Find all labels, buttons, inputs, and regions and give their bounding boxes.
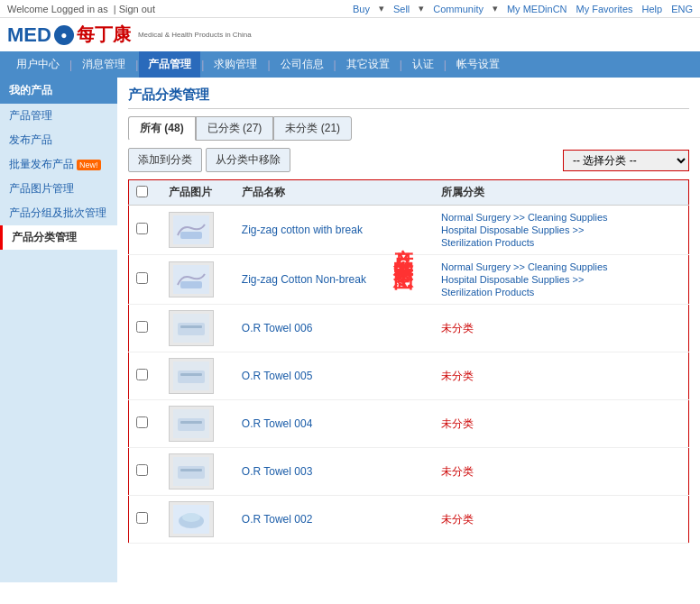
favorites-link[interactable]: My Favorites [576, 4, 633, 14]
row-check [129, 206, 161, 255]
svg-rect-15 [180, 469, 202, 471]
product-image [169, 261, 214, 297]
tab-all[interactable]: 所有 (48) [128, 116, 196, 141]
row-name: O.R Towel 003 [235, 448, 434, 496]
nav-company[interactable]: 公司信息 [272, 51, 333, 78]
product-link[interactable]: Zig-zag Cotton Non-break [242, 273, 366, 286]
category-link[interactable]: Hospital Disposable Supplies >> [441, 274, 584, 285]
row-name: Zig-zag Cotton Non-break [235, 255, 434, 305]
row-img [161, 400, 235, 448]
table-row: O.R Towel 005 未分类 [129, 352, 689, 400]
svg-rect-2 [173, 265, 209, 294]
new-badge: New! [77, 160, 101, 170]
uncategorized-label: 未分类 [441, 370, 474, 382]
nav-auth[interactable]: 认证 [403, 51, 443, 78]
uncategorized-label: 未分类 [441, 513, 474, 526]
row-check [129, 496, 161, 544]
sidebar: 我的产品 产品管理 发布产品 批量发布产品New! 产品图片管理 产品分组及批次… [0, 78, 117, 582]
sidebar-item-product-mgmt[interactable]: 产品管理 [0, 104, 117, 128]
product-link[interactable]: O.R Towel 004 [242, 417, 313, 430]
product-link[interactable]: O.R Towel 005 [242, 370, 313, 382]
category-link[interactable]: Normal Surgery >> Cleaning Supplies [441, 261, 608, 272]
logo-sub-text: Medical & Health Products in China [138, 31, 252, 39]
logo-med: MED [7, 23, 51, 47]
row-checkbox[interactable] [136, 321, 148, 333]
nav-user[interactable]: 用户中心 [7, 51, 69, 78]
row-category: Normal Surgery >> Cleaning Supplies Hosp… [434, 255, 689, 305]
row-checkbox[interactable] [136, 416, 148, 428]
svg-point-18 [182, 513, 200, 522]
add-to-category-button[interactable]: 添加到分类 [128, 148, 202, 172]
row-img [161, 255, 235, 305]
signout-link[interactable]: Sign out [114, 4, 155, 14]
sidebar-item-publish[interactable]: 发布产品 [0, 128, 117, 152]
mymedin-link[interactable]: My MEDinCN [507, 4, 567, 14]
select-all-checkbox[interactable] [136, 186, 148, 197]
product-image [169, 310, 214, 346]
svg-rect-0 [173, 215, 209, 244]
sidebar-item-category[interactable]: 产品分类管理 [0, 225, 117, 250]
buy-link[interactable]: Buy [353, 4, 370, 14]
category-select[interactable]: -- 选择分类 -- [563, 150, 689, 171]
row-checkbox[interactable] [136, 223, 148, 234]
svg-rect-6 [180, 325, 202, 328]
product-link[interactable]: Zig-zag cotton with break [242, 224, 363, 236]
nav-purchase[interactable]: 求购管理 [205, 51, 266, 78]
table-row: Zig-zag Cotton Non-break Normal Surgery … [129, 255, 689, 305]
row-check [129, 400, 161, 448]
welcome-text: Welcome Logged in as [7, 4, 108, 14]
category-link[interactable]: Sterilization Products [441, 287, 534, 297]
nav-account[interactable]: 帐号设置 [447, 51, 509, 78]
row-img [161, 352, 235, 400]
row-img [161, 206, 235, 255]
sell-link[interactable]: Sell [393, 4, 410, 14]
col-header-name: 产品名称 [235, 180, 434, 206]
col-header-category: 所属分类 [434, 180, 689, 206]
row-check [129, 255, 161, 305]
toolbar-left: 添加到分类 从分类中移除 [128, 148, 290, 172]
row-checkbox[interactable] [136, 512, 148, 524]
nav-product[interactable]: 产品管理 [139, 51, 200, 78]
product-image [169, 406, 214, 442]
row-name: O.R Towel 002 [235, 496, 434, 544]
category-link[interactable]: Normal Surgery >> Cleaning Supplies [441, 212, 608, 223]
svg-rect-11 [178, 418, 205, 431]
tab-categorized[interactable]: 已分类 (27) [196, 116, 274, 141]
remove-from-category-button[interactable]: 从分类中移除 [206, 148, 290, 172]
main-content: 产品分类管理 所有 (48) 已分类 (27) 未分类 (21) 添加到分类 从… [117, 78, 700, 582]
sidebar-item-group[interactable]: 产品分组及批次管理 [0, 201, 117, 225]
tab-uncategorized[interactable]: 未分类 (21) [273, 116, 352, 141]
row-checkbox[interactable] [136, 464, 148, 476]
svg-rect-1 [180, 232, 202, 239]
table-row: O.R Towel 004 未分类 [129, 400, 689, 448]
help-link[interactable]: Help [642, 4, 663, 14]
product-link[interactable]: O.R Towel 003 [242, 465, 313, 478]
svg-rect-12 [180, 421, 202, 424]
row-img [161, 305, 235, 352]
toolbar: 添加到分类 从分类中移除 -- 选择分类 -- [128, 148, 689, 172]
category-link[interactable]: Sterilization Products [441, 237, 534, 248]
lang-link[interactable]: ENG [671, 4, 693, 14]
product-link[interactable]: O.R Towel 006 [242, 322, 313, 334]
main-nav: 用户中心 | 消息管理 | 产品管理 | 求购管理 | 公司信息 | 其它设置 … [0, 51, 700, 78]
row-checkbox[interactable] [136, 272, 148, 284]
svg-rect-9 [180, 373, 202, 376]
sidebar-item-bulk-publish[interactable]: 批量发布产品New! [0, 152, 117, 177]
logo-sub: Medical & Health Products in China [138, 31, 252, 39]
sidebar-item-photos[interactable]: 产品图片管理 [0, 177, 117, 201]
nav-msg[interactable]: 消息管理 [73, 51, 134, 78]
row-check [129, 448, 161, 496]
row-check [129, 352, 161, 400]
row-category: 未分类 [434, 496, 689, 544]
table-row: O.R Towel 006 未分类 [129, 305, 689, 352]
nav-settings[interactable]: 其它设置 [337, 51, 399, 78]
row-checkbox[interactable] [136, 369, 148, 380]
row-category: 未分类 [434, 400, 689, 448]
tabs: 所有 (48) 已分类 (27) 未分类 (21) [128, 116, 689, 141]
col-header-check [129, 180, 161, 206]
row-name: O.R Towel 005 [235, 352, 434, 400]
category-link[interactable]: Hospital Disposable Supplies >> [441, 224, 584, 235]
top-bar-left: Welcome Logged in as Sign out [7, 4, 155, 14]
product-link[interactable]: O.R Towel 002 [242, 513, 313, 526]
community-link[interactable]: Community [433, 4, 484, 14]
